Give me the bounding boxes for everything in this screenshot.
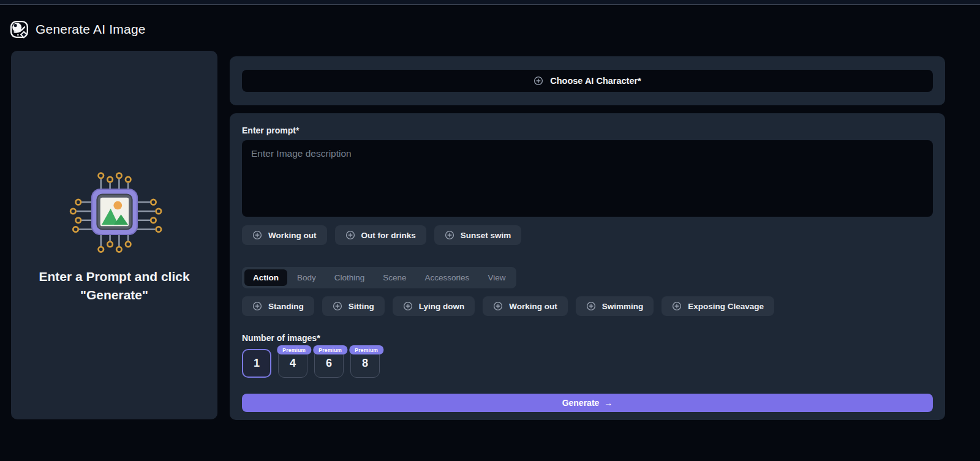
action-chip-working-out[interactable]: Working out: [483, 296, 568, 316]
chip-label: Out for drinks: [361, 231, 416, 240]
plus-circle-icon: [445, 230, 454, 240]
preview-placeholder-panel: Enter a Prompt and click "Generate": [11, 51, 217, 419]
image-count-value: 6: [326, 357, 332, 370]
generate-label: Generate: [562, 398, 600, 408]
tab-accessories[interactable]: Accessories: [417, 269, 478, 286]
tab-body[interactable]: Body: [288, 269, 325, 286]
suggestion-chip-out-for-drinks[interactable]: Out for drinks: [335, 225, 426, 245]
chip-label: Exposing Cleavage: [688, 302, 764, 311]
image-count-value: 8: [362, 357, 368, 370]
choose-character-label: Choose AI Character*: [550, 76, 641, 86]
chip-label: Sunset swim: [461, 231, 511, 240]
premium-badge: Premium: [349, 345, 383, 354]
plus-circle-icon: [333, 301, 342, 311]
plus-circle-icon: [586, 301, 596, 311]
image-count-option-4[interactable]: Premium 4: [278, 349, 307, 378]
chip-label: Working out: [509, 302, 557, 311]
plus-circle-icon: [345, 230, 355, 240]
app-header: Generate AI Image: [10, 20, 146, 39]
placeholder-message: Enter a Prompt and click "Generate": [27, 268, 202, 305]
number-of-images-label: Number of images*: [242, 333, 933, 343]
suggestion-chip-working-out[interactable]: Working out: [242, 225, 327, 245]
image-count-option-1[interactable]: 1: [242, 349, 271, 378]
category-tabs: Action Body Clothing Scene Accessories V…: [242, 267, 516, 288]
action-chip-exposing-cleavage[interactable]: Exposing Cleavage: [662, 296, 774, 316]
prompt-form-panel: Enter prompt* Working out Out for drinks…: [230, 113, 945, 420]
chip-label: Swimming: [602, 302, 644, 311]
image-count-value: 1: [254, 357, 260, 370]
action-chip-row: Standing Sitting Lying down Working out …: [242, 296, 933, 316]
plus-circle-icon: [252, 230, 262, 240]
chip-label: Standing: [268, 302, 304, 311]
plus-circle-icon: [403, 301, 413, 311]
chip-label: Sitting: [349, 302, 374, 311]
action-chip-standing[interactable]: Standing: [242, 296, 314, 316]
image-count-option-8[interactable]: Premium 8: [350, 349, 380, 378]
tab-scene[interactable]: Scene: [374, 269, 415, 286]
premium-badge: Premium: [277, 345, 311, 354]
tab-action[interactable]: Action: [244, 269, 287, 286]
choose-character-button[interactable]: Choose AI Character*: [242, 70, 933, 92]
generate-button[interactable]: Generate →: [242, 394, 933, 412]
image-count-options: 1 Premium 4 Premium 6 Premium 8: [242, 349, 933, 378]
image-count-value: 4: [290, 357, 296, 370]
arrow-right-icon: →: [604, 398, 612, 408]
action-chip-lying-down[interactable]: Lying down: [393, 296, 475, 316]
image-count-option-6[interactable]: Premium 6: [314, 349, 344, 378]
plus-circle-icon: [672, 301, 682, 311]
prompt-label: Enter prompt*: [242, 126, 933, 135]
action-chip-sitting[interactable]: Sitting: [322, 296, 385, 316]
plus-circle-icon: [252, 301, 262, 311]
prompt-input[interactable]: [242, 140, 933, 217]
top-divider: [0, 0, 980, 5]
character-panel: Choose AI Character*: [230, 56, 945, 105]
plus-circle-icon: [493, 301, 503, 311]
suggestion-chip-sunset-swim[interactable]: Sunset swim: [434, 225, 522, 245]
suggestion-chip-row: Working out Out for drinks Sunset swim: [242, 225, 933, 245]
app-logo-icon: [10, 20, 29, 39]
chip-label: Working out: [268, 231, 317, 240]
action-chip-swimming[interactable]: Swimming: [576, 296, 654, 316]
page-title: Generate AI Image: [36, 22, 146, 37]
premium-badge: Premium: [313, 345, 347, 354]
chip-image-illustration-icon: [59, 166, 170, 257]
plus-circle-icon: [533, 76, 543, 86]
tab-clothing[interactable]: Clothing: [326, 269, 374, 286]
tab-view[interactable]: View: [479, 269, 514, 286]
chip-label: Lying down: [419, 302, 465, 311]
